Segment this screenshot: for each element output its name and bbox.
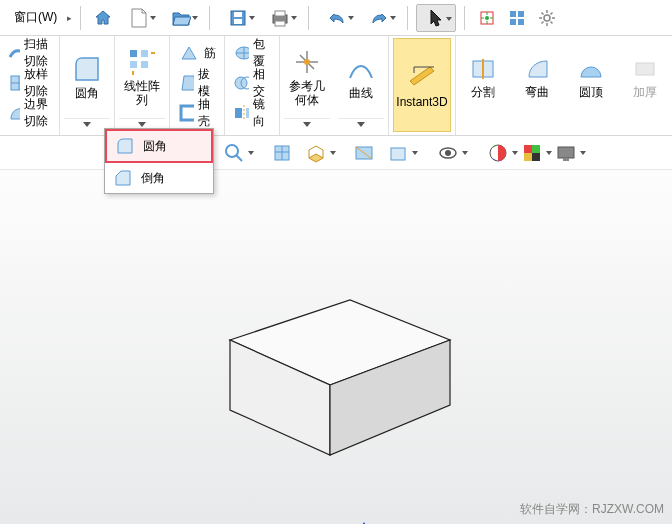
swept-cut[interactable]: 扫描切除 <box>4 38 55 68</box>
appearance[interactable] <box>484 139 512 167</box>
graphics-area[interactable]: ✱ <box>0 170 672 524</box>
view-orient[interactable] <box>268 139 296 167</box>
curve-dropdown[interactable] <box>338 118 384 130</box>
dome[interactable]: 圆顶 <box>568 38 614 116</box>
draft[interactable]: 拔模 <box>174 68 220 98</box>
zoom-fit[interactable] <box>220 139 248 167</box>
hide-show[interactable] <box>384 139 412 167</box>
svg-rect-15 <box>130 50 137 57</box>
svg-rect-23 <box>235 108 242 118</box>
model-box <box>190 270 470 470</box>
options-button[interactable] <box>503 4 531 32</box>
curves[interactable]: 曲线 <box>338 38 384 116</box>
intersect-label: 相交 <box>253 66 271 100</box>
svg-rect-19 <box>181 106 194 120</box>
svg-rect-40 <box>563 158 569 161</box>
open-button[interactable] <box>161 4 201 32</box>
loft-cut[interactable]: 放样切除 <box>4 68 55 98</box>
instant3d[interactable]: Instant3D <box>393 38 451 132</box>
fillet-label: 圆角 <box>75 86 99 100</box>
refgeom-label: 参考几 何体 <box>289 79 325 108</box>
curve-column: 曲线 <box>334 36 389 135</box>
body-column: 筋 拔模 抽壳 <box>170 36 225 135</box>
cut-column: 扫描切除 放样切除 边界切除 <box>0 36 60 135</box>
draft-label: 拔模 <box>198 66 216 100</box>
intersect[interactable]: 相交 <box>229 68 275 98</box>
redo-button[interactable] <box>359 4 399 32</box>
refgeom-dropdown[interactable] <box>284 118 330 130</box>
svg-point-25 <box>304 59 310 65</box>
save-button[interactable] <box>218 4 258 32</box>
display-style[interactable] <box>302 139 330 167</box>
thicken-col: 加厚 <box>618 36 672 135</box>
bend[interactable]: 弯曲 <box>514 38 560 116</box>
rib-label: 筋 <box>204 45 216 62</box>
dome-col: 圆顶 <box>564 36 618 135</box>
svg-rect-27 <box>636 63 654 75</box>
wrap-label: 包覆 <box>253 36 271 70</box>
separator <box>80 6 81 30</box>
svg-rect-2 <box>234 19 242 24</box>
boundary-cut-label: 边界切除 <box>24 96 51 130</box>
svg-rect-4 <box>275 11 285 16</box>
svg-rect-8 <box>510 11 516 17</box>
separator <box>464 6 465 30</box>
mirror[interactable]: 镜向 <box>229 98 275 128</box>
svg-point-7 <box>485 16 489 20</box>
shell[interactable]: 抽壳 <box>174 98 220 128</box>
linear-pattern-label: 线性阵 列 <box>124 79 160 108</box>
section-view[interactable] <box>350 139 378 167</box>
boundary-cut[interactable]: 边界切除 <box>4 98 55 128</box>
view-settings[interactable] <box>552 139 580 167</box>
dome-label: 圆顶 <box>579 85 603 99</box>
print-button[interactable] <box>260 4 300 32</box>
svg-rect-24 <box>246 108 249 118</box>
svg-rect-10 <box>510 19 516 25</box>
linear-pattern[interactable]: 线性阵 列 <box>119 38 165 116</box>
fillet-column: 圆角 <box>60 36 115 135</box>
mirror-label: 镜向 <box>253 96 271 130</box>
split-col: 分割 <box>456 36 510 135</box>
thicken: 加厚 <box>622 38 668 116</box>
svg-rect-18 <box>141 61 148 68</box>
svg-rect-36 <box>524 145 532 153</box>
select-button[interactable] <box>416 4 456 32</box>
split[interactable]: 分割 <box>460 38 506 116</box>
svg-rect-9 <box>518 11 524 17</box>
separator <box>308 6 309 30</box>
refgeom-column: 参考几 何体 <box>280 36 334 135</box>
dropdown-chamfer[interactable]: 倒角 <box>105 163 213 193</box>
split-label: 分割 <box>471 85 495 99</box>
svg-rect-1 <box>234 12 242 17</box>
svg-rect-17 <box>130 61 137 68</box>
swept-cut-label: 扫描切除 <box>24 36 51 70</box>
wrap[interactable]: 包覆 <box>229 38 275 68</box>
new-button[interactable] <box>119 4 159 32</box>
separator <box>407 6 408 30</box>
dropdown-fillet-label: 圆角 <box>143 138 167 155</box>
shell-label: 抽壳 <box>198 96 216 130</box>
curve-label: 曲线 <box>349 86 373 100</box>
svg-rect-37 <box>532 145 540 153</box>
rib[interactable]: 筋 <box>174 38 220 68</box>
display-toolbar <box>0 136 672 170</box>
menu-arrow[interactable]: ▸ <box>67 13 72 23</box>
ref-geometry[interactable]: 参考几 何体 <box>284 38 330 116</box>
scene[interactable] <box>518 139 546 167</box>
undo-button[interactable] <box>317 4 357 32</box>
svg-rect-31 <box>391 148 405 160</box>
svg-rect-38 <box>524 153 532 161</box>
dropdown-fillet[interactable]: 圆角 <box>105 129 213 163</box>
eye-toggle[interactable] <box>434 139 462 167</box>
body2-column: 包覆 相交 镜向 <box>225 36 280 135</box>
instant-column: Instant3D <box>389 36 456 135</box>
bend-label: 弯曲 <box>525 85 549 99</box>
settings-button[interactable] <box>533 4 561 32</box>
rebuild-button[interactable] <box>473 4 501 32</box>
instant-label: Instant3D <box>396 95 447 109</box>
thicken-label: 加厚 <box>633 85 657 99</box>
window-menu[interactable]: 窗口(W) <box>6 7 65 28</box>
home-button[interactable] <box>89 4 117 32</box>
fillet-button[interactable]: 圆角 <box>64 38 110 116</box>
watermark: 软件自学网：RJZXW.COM <box>520 501 664 518</box>
